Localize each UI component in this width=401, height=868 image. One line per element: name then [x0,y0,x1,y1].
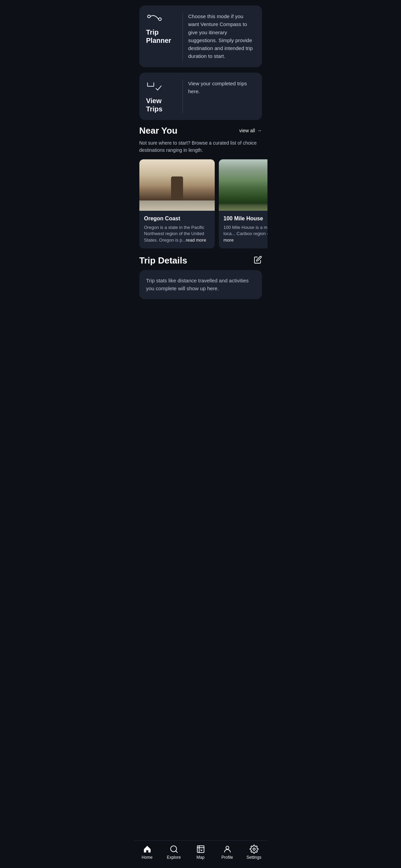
main-content: TripPlanner Choose this mode if you want… [134,0,267,333]
view-trips-card[interactable]: ViewTrips View your completed trips here… [139,73,262,120]
view-trips-left: ViewTrips [146,80,177,113]
trip-planner-description: Choose this mode if you want Venture Com… [188,12,255,60]
trip-planner-left: TripPlanner [146,12,177,45]
view-trips-description: View your completed trips here. [188,80,255,96]
mile-house-info: 100 Mile House 100 Mile House is a munic… [219,211,267,249]
destinations-row: Oregon Coast Oregon is a state in the Pa… [139,159,262,249]
near-you-section: Near You view all → Not sure where to st… [139,125,262,249]
mile-house-card[interactable]: 100 Mile House 100 Mile House is a munic… [219,159,267,249]
svg-point-0 [148,15,150,18]
mile-house-visual [219,159,267,211]
trip-planner-card[interactable]: TripPlanner Choose this mode if you want… [139,5,262,67]
oregon-coast-info: Oregon Coast Oregon is a state in the Pa… [139,211,215,249]
view-all-button[interactable]: view all → [239,128,262,133]
near-you-title: Near You [139,125,178,136]
mile-house-image [219,159,267,211]
trip-details-section: Trip Details Trip stats like distance tr… [139,255,262,299]
trip-planner-label: TripPlanner [146,28,171,45]
trip-stats-text: Trip stats like distance travelled and a… [146,277,255,292]
oregon-coast-read-more[interactable]: read more [186,237,206,243]
oregon-coast-image [139,159,215,211]
edit-icon[interactable] [254,256,262,266]
oregon-coast-name: Oregon Coast [144,216,210,222]
oregon-coast-desc: Oregon is a state in the Pacific Northwe… [144,224,210,244]
near-you-header: Near You view all → [139,125,262,136]
oregon-coast-card[interactable]: Oregon Coast Oregon is a state in the Pa… [139,159,215,249]
mile-house-name: 100 Mile House [224,216,267,222]
near-you-subtitle: Not sure where to start? Browse a curate… [139,139,262,154]
card-divider [183,12,183,60]
trip-details-title: Trip Details [139,255,187,266]
trip-details-header: Trip Details [139,255,262,266]
view-trips-label: ViewTrips [146,97,163,113]
card-divider-2 [183,80,183,113]
view-trips-icon [146,80,163,93]
mile-house-desc: 100 Mile House is a municipality loca...… [224,224,267,244]
trip-planner-icon [146,12,163,25]
oregon-coast-visual [139,159,215,211]
arrow-right-icon: → [257,128,262,133]
view-all-label: view all [239,128,255,133]
svg-point-1 [159,18,161,21]
trip-stats-card: Trip stats like distance travelled and a… [139,270,262,299]
